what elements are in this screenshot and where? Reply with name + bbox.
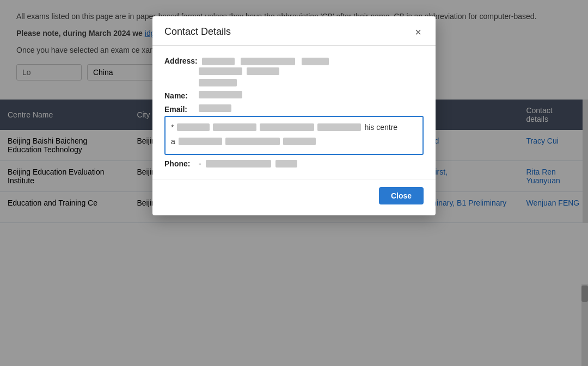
address-blur-4 bbox=[199, 67, 242, 75]
email-blur-7 bbox=[283, 138, 316, 145]
email-textarea-box[interactable]: * his centre a bbox=[164, 116, 424, 156]
phone-row: Phone: - bbox=[164, 159, 424, 168]
address-blur-2 bbox=[241, 58, 295, 65]
modal-close-action-button[interactable]: Close bbox=[379, 187, 424, 204]
address-value-inline bbox=[202, 57, 329, 65]
address-line3 bbox=[199, 77, 424, 86]
modal-footer: Close bbox=[152, 179, 436, 215]
modal-body: Address: bbox=[152, 46, 436, 179]
email-blur-5 bbox=[179, 138, 222, 145]
email-note-text: his centre bbox=[364, 121, 397, 133]
name-row: Name: bbox=[164, 91, 424, 100]
email-blur-3 bbox=[260, 123, 314, 131]
page-background: All exams listed on this page are in pap… bbox=[0, 0, 588, 366]
modal-header: Contact Details × bbox=[152, 16, 436, 46]
name-blur bbox=[199, 91, 242, 98]
address-row: Address: bbox=[164, 57, 424, 65]
phone-blur-1 bbox=[206, 160, 271, 168]
email-label: Email: bbox=[164, 105, 194, 114]
address-blur-5 bbox=[247, 67, 279, 75]
email-line-1: * his centre bbox=[171, 121, 417, 133]
email-blur-2 bbox=[213, 123, 256, 131]
address-blur-6 bbox=[199, 79, 237, 86]
modal-title: Contact Details bbox=[164, 26, 231, 38]
modal-overlay: Contact Details × Address: bbox=[0, 0, 588, 366]
phone-blur-2 bbox=[275, 160, 297, 168]
modal-close-button[interactable]: × bbox=[413, 27, 424, 38]
email-blur-inline bbox=[199, 104, 231, 112]
phone-label: Phone: bbox=[164, 159, 194, 168]
address-line2 bbox=[199, 67, 424, 75]
email-label-row: Email: bbox=[164, 104, 424, 114]
bullet-star: * bbox=[171, 121, 174, 133]
contact-details-modal: Contact Details × Address: bbox=[152, 16, 436, 215]
email-blur-6 bbox=[225, 138, 280, 145]
email-blur-4 bbox=[317, 123, 361, 131]
address-blur-1 bbox=[202, 58, 235, 65]
email-line-2: a bbox=[171, 135, 417, 147]
address-blur-3 bbox=[302, 58, 329, 65]
address-extra-lines bbox=[199, 67, 424, 86]
email-a-text: a bbox=[171, 135, 175, 147]
name-label: Name: bbox=[164, 91, 194, 100]
address-label: Address: bbox=[164, 57, 198, 65]
email-blur-1 bbox=[177, 123, 210, 131]
phone-dash: - bbox=[199, 159, 201, 168]
